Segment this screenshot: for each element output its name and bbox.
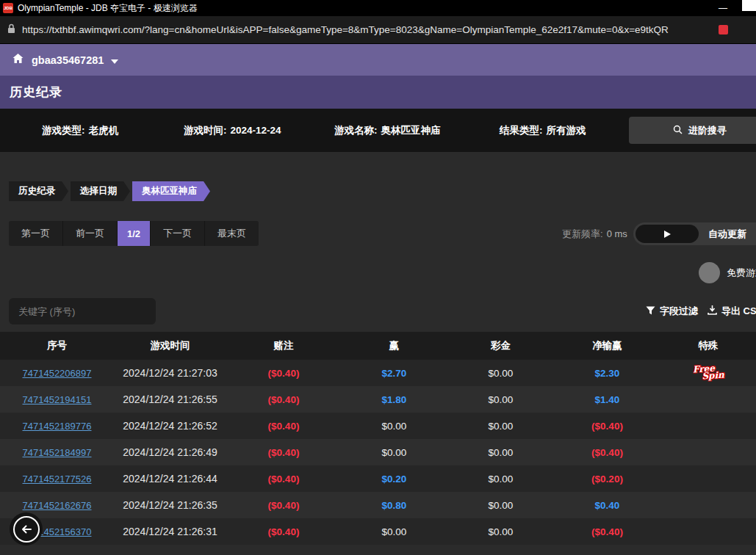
table-row: 7471452206897 2024/12/24 21:27:03 ($0.40…	[0, 360, 756, 386]
history-table: 序号 游戏时间 赌注 赢 彩金 净输赢 特殊 7471452206897 202…	[0, 332, 756, 545]
bet-value: ($0.40)	[226, 360, 341, 386]
win-value: $0.00	[341, 439, 447, 465]
account-name[interactable]: gbaa35467281	[32, 54, 104, 66]
window-titlebar: JDB OlympianTemple - JDB 夺宝电子 - 极速浏览器 —	[0, 0, 756, 16]
back-button[interactable]	[10, 512, 43, 545]
special-cell	[660, 386, 756, 413]
game-time: 2024/12/24 21:27:03	[114, 360, 226, 386]
col-header-jackpot: 彩金	[447, 332, 554, 360]
net-value: $2.30	[554, 360, 660, 386]
game-time: 2024/12/24 21:26:55	[114, 386, 226, 413]
close-button[interactable]	[742, 0, 756, 11]
filter-game-type: 游戏类型:老虎机	[42, 124, 118, 137]
browser-extension-icon[interactable]	[719, 25, 728, 35]
game-time: 2024/12/24 21:26:52	[114, 413, 226, 439]
breadcrumb-history[interactable]: 历史纪录	[9, 181, 68, 201]
back-ring	[13, 516, 40, 543]
table-row: 7471452184997 2024/12/24 21:26:49 ($0.40…	[0, 439, 756, 465]
main-content: 历史纪录 选择日期 奥林匹亚神庙 第一页 前一页 1/2 下一页 最末页 更新频…	[0, 152, 756, 555]
game-time: 2024/12/24 21:26:49	[114, 439, 226, 465]
round-id-link[interactable]: 7471452184997	[23, 447, 92, 458]
win-value: $0.00	[341, 518, 447, 545]
col-header-special: 特殊	[660, 332, 756, 360]
table-row: 7471452189776 2024/12/24 21:26:52 ($0.40…	[0, 413, 756, 439]
breadcrumb-game[interactable]: 奥林匹亚神庙	[132, 181, 210, 201]
window-title: OlympianTemple - JDB 夺宝电子 - 极速浏览器	[18, 2, 198, 15]
advanced-search-button[interactable]: 进阶搜寻	[629, 117, 756, 144]
col-header-time: 游戏时间	[114, 332, 226, 360]
net-value: $0.40	[554, 492, 660, 518]
table-row: 7471452194151 2024/12/24 21:26:55 ($0.40…	[0, 386, 756, 413]
jackpot-value: $0.00	[447, 360, 554, 386]
first-page-button[interactable]: 第一页	[9, 221, 63, 246]
filter-result-type: 结果类型:所有游戏	[500, 124, 586, 137]
round-id-link[interactable]: 7471452162676	[23, 500, 92, 511]
page-title: 历史纪录	[10, 84, 62, 101]
jackpot-value: $0.00	[447, 465, 554, 492]
bet-value: ($0.40)	[226, 492, 341, 518]
funnel-icon	[646, 306, 655, 317]
col-header-bet: 赌注	[226, 332, 341, 360]
arrow-left-icon	[19, 522, 34, 537]
special-cell: FreeSpin	[660, 360, 756, 386]
search-icon	[673, 125, 683, 137]
export-csv-button[interactable]: 导出 CSV	[708, 305, 756, 318]
bet-value: ($0.40)	[226, 518, 341, 545]
table-header-row: 序号 游戏时间 赌注 赢 彩金 净输赢 特殊	[0, 332, 756, 360]
prev-page-button[interactable]: 前一页	[63, 221, 118, 246]
win-value: $2.70	[341, 360, 447, 386]
bet-value: ($0.40)	[226, 465, 341, 492]
filter-bar: 游戏类型:老虎机 游戏时间:2024-12-24 游戏名称:奥林匹亚神庙 结果类…	[0, 109, 756, 152]
col-header-id: 序号	[0, 332, 114, 360]
table-row: 7471452162676 2024/12/24 21:26:35 ($0.40…	[0, 492, 756, 518]
home-icon[interactable]	[12, 53, 24, 68]
address-bar: https://txthbf.awimqwri.com/?lang=cn&hom…	[0, 16, 756, 44]
minimize-button[interactable]: —	[713, 0, 732, 16]
url-input[interactable]: https://txthbf.awimqwri.com/?lang=cn&hom…	[22, 24, 712, 35]
jackpot-value: $0.00	[447, 439, 554, 465]
table-row: 7471452177526 2024/12/24 21:26:44 ($0.40…	[0, 465, 756, 492]
filter-game-date: 游戏时间:2024-12-24	[184, 124, 281, 137]
free-game-icon	[699, 262, 720, 283]
game-time: 2024/12/24 21:26:44	[114, 465, 226, 492]
auto-refresh-label: 自动更新	[708, 228, 746, 241]
net-value: ($0.40)	[554, 413, 660, 439]
net-value: $1.40	[554, 386, 660, 413]
jackpot-value: $0.00	[447, 518, 554, 545]
round-id-link[interactable]: 7471452177526	[23, 474, 92, 485]
col-header-win: 赢	[341, 332, 447, 360]
game-time: 2024/12/24 21:26:31	[114, 518, 226, 545]
next-page-button[interactable]: 下一页	[151, 221, 205, 246]
jackpot-value: $0.00	[447, 492, 554, 518]
bet-value: ($0.40)	[226, 413, 341, 439]
lock-icon	[7, 23, 15, 37]
play-button[interactable]	[636, 225, 699, 243]
refresh-rate-label: 更新频率:0 ms	[562, 228, 627, 241]
auto-refresh-toggle[interactable]: 自动更新	[633, 222, 756, 245]
round-id-link[interactable]: 7471452194151	[23, 394, 92, 405]
round-id-link[interactable]: 7471452206897	[23, 368, 92, 379]
win-value: $0.20	[341, 465, 447, 492]
pagination: 第一页 前一页 1/2 下一页 最末页	[9, 221, 259, 246]
jdb-favicon-icon: JDB	[3, 3, 13, 13]
play-icon	[664, 231, 671, 238]
page-title-bar: 历史纪录	[0, 76, 756, 109]
win-value: $0.80	[341, 492, 447, 518]
keyword-search-input[interactable]	[9, 298, 156, 324]
net-value: ($0.20)	[554, 465, 660, 492]
special-cell	[660, 439, 756, 465]
game-time: 2024/12/24 21:26:35	[114, 492, 226, 518]
last-page-button[interactable]: 最末页	[205, 221, 259, 246]
free-game-label: 免费游戏	[727, 266, 756, 280]
jackpot-value: $0.00	[447, 386, 554, 413]
special-cell	[660, 492, 756, 518]
col-header-net: 净输赢	[554, 332, 660, 360]
browser-window: JDB OlympianTemple - JDB 夺宝电子 - 极速浏览器 — …	[0, 0, 756, 555]
jackpot-value: $0.00	[447, 413, 554, 439]
free-game-filter[interactable]: 免费游戏	[699, 262, 756, 283]
round-id-link[interactable]: 7471452189776	[23, 421, 92, 432]
breadcrumb-date[interactable]: 选择日期	[71, 181, 130, 201]
chevron-down-icon[interactable]	[111, 54, 118, 67]
special-cell	[660, 413, 756, 439]
field-filter-button[interactable]: 字段过滤	[646, 305, 698, 318]
